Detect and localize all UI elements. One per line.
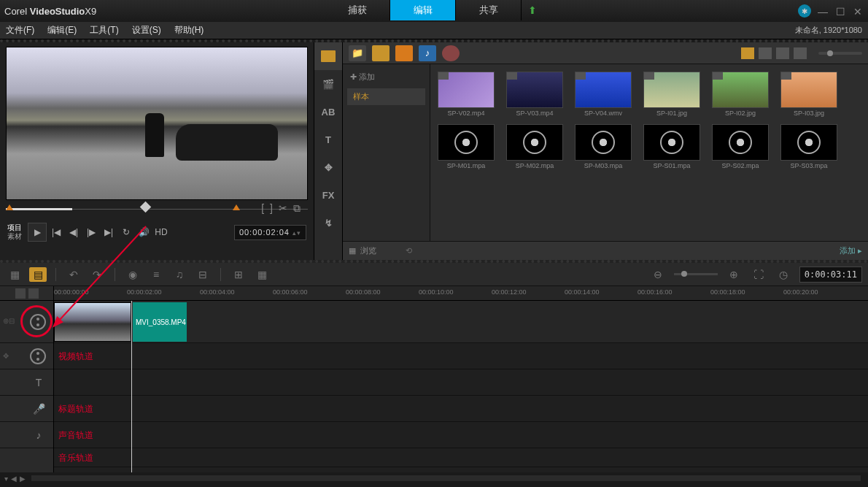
browse-label[interactable]: 浏览 — [360, 245, 376, 256]
strip-title[interactable]: T — [314, 126, 342, 153]
view-thumb-icon[interactable] — [741, 47, 754, 59]
timeline-timecode[interactable]: 0:00:03:11 — [799, 266, 862, 283]
library-thumb[interactable] — [438, 124, 495, 161]
tab-share[interactable]: 共享 — [456, 0, 522, 20]
mode-project[interactable]: 项目 — [7, 223, 22, 232]
library-thumb[interactable] — [643, 124, 700, 161]
tree-sample[interactable]: 样本 — [347, 88, 425, 105]
copy-icon[interactable]: ⧉ — [293, 202, 301, 215]
tab-edit[interactable]: 编辑 — [390, 0, 456, 20]
cut-icon[interactable]: ✂ — [279, 202, 287, 215]
subtitle-icon[interactable]: ⊟ — [194, 267, 212, 282]
timeline-scrollbar[interactable]: ▾◀▶ — [0, 472, 868, 484]
track-head-voice[interactable]: 🎤 — [0, 396, 53, 422]
library-thumb[interactable] — [712, 124, 769, 161]
library-thumb[interactable] — [780, 124, 837, 161]
zoom-slider[interactable] — [674, 273, 718, 275]
thumb-size-slider[interactable] — [818, 52, 862, 55]
library-thumb[interactable] — [780, 72, 837, 108]
view-list-icon[interactable] — [759, 47, 772, 59]
mode-clip[interactable]: 素材 — [7, 232, 22, 241]
timeline-view-icon[interactable]: ▤ — [29, 267, 47, 282]
menu-help[interactable]: 帮助(H) — [174, 24, 204, 37]
filter-video-icon[interactable] — [372, 45, 390, 61]
folder-icon[interactable]: 📁 — [349, 45, 366, 61]
mark-out-icon[interactable]: ] — [270, 202, 273, 215]
add-folder[interactable]: ✚ 添加 — [347, 69, 425, 85]
track-head-music[interactable]: ♪ — [0, 422, 53, 448]
minimize-button[interactable]: — — [817, 6, 829, 16]
library-thumb[interactable] — [575, 72, 632, 108]
preview-screen[interactable] — [6, 47, 308, 200]
track-head-title[interactable]: T — [0, 369, 53, 396]
menu-settings[interactable]: 设置(S) — [132, 24, 161, 37]
record-icon[interactable]: ◉ — [124, 267, 142, 282]
strip-path[interactable]: ↯ — [314, 209, 342, 237]
top-tabs: 捕获 编辑 共享 ⬆ — [325, 0, 543, 22]
loop-button[interactable]: ↻ — [118, 224, 134, 240]
step-back-button[interactable]: ◀| — [66, 224, 82, 240]
maximize-button[interactable]: ☐ — [834, 6, 846, 16]
mixer-icon[interactable]: ≡ — [147, 267, 165, 282]
view-grid-icon[interactable] — [776, 47, 789, 59]
preview-timecode[interactable]: 00:00:02:04▴▾ — [234, 225, 306, 240]
menu-tools[interactable]: 工具(T) — [90, 24, 118, 37]
track-head-overlay[interactable]: ✥ — [0, 343, 53, 369]
menu-file[interactable]: 文件(F) — [6, 24, 34, 37]
zoom-in-icon[interactable]: ⊕ — [725, 267, 743, 282]
strip-instant[interactable]: 🎬 — [314, 70, 342, 98]
auto-music-icon[interactable]: ♫ — [171, 267, 188, 282]
mark-in-icon[interactable]: [ — [261, 202, 264, 215]
thumb-name: SP-I02.jpg — [712, 110, 769, 117]
track-toggle-b[interactable] — [28, 288, 39, 299]
storyboard-view-icon[interactable]: ▦ — [6, 267, 23, 282]
browse-icon[interactable]: ▦ — [349, 246, 356, 256]
ruler-tick: 00:00:18:00 — [710, 288, 745, 296]
ruler[interactable]: 00:00:00:0000:00:02:0000:00:04:0000:00:0… — [54, 286, 868, 300]
scrub-bar[interactable]: [ ] ✂ ⧉ — [6, 202, 308, 216]
filter-photo-icon[interactable] — [395, 45, 413, 61]
scrub-head-icon[interactable] — [140, 202, 152, 213]
video-clip-thumb[interactable] — [54, 302, 131, 342]
grid-icon[interactable]: ▦ — [253, 267, 271, 282]
ruler-tick: 00:00:20:00 — [783, 288, 818, 296]
ruler-tick: 00:00:06:00 — [273, 288, 308, 296]
strip-ab[interactable]: AB — [314, 98, 342, 126]
fit-icon[interactable]: ⛶ — [750, 267, 767, 282]
undo-icon[interactable]: ↶ — [65, 267, 82, 282]
prev-button[interactable]: |◀ — [48, 224, 64, 240]
library-thumb[interactable] — [438, 72, 495, 108]
menu-edit[interactable]: 编辑(E) — [47, 24, 77, 37]
library-thumb[interactable] — [643, 72, 700, 108]
track-head-video[interactable]: ⊕⊟ — [0, 301, 53, 343]
redo-icon[interactable]: ↷ — [88, 267, 106, 282]
strip-media[interactable] — [314, 42, 342, 70]
world-icon[interactable]: ✱ — [798, 4, 811, 18]
more-link[interactable]: 添加 ▸ — [840, 245, 862, 256]
filter-audio-icon[interactable]: ♪ — [419, 45, 436, 61]
zoom-out-icon[interactable]: ⊖ — [649, 267, 667, 282]
step-fwd-button[interactable]: |▶ — [83, 224, 99, 240]
play-button[interactable]: ▶ — [28, 223, 47, 242]
tab-capture[interactable]: 捕获 — [325, 0, 390, 20]
library-thumb[interactable] — [575, 124, 632, 161]
video-clip[interactable]: MVI_0358.MP4 — [133, 302, 187, 342]
library-thumb[interactable] — [506, 124, 563, 161]
sort-icon[interactable] — [794, 47, 807, 59]
timeline: ▦ ▤ ↶ ↷ ◉ ≡ ♫ ⊟ ⊞ ▦ ⊖ ⊕ ⛶ ◷ 0:00:03:11 0… — [0, 260, 868, 484]
filter-disc-icon[interactable] — [442, 45, 460, 61]
hd-button[interactable]: HD — [153, 224, 169, 240]
multicam-icon[interactable]: ⊞ — [230, 267, 247, 282]
library-thumb[interactable] — [712, 72, 769, 108]
playhead[interactable] — [131, 301, 132, 472]
track-toggle-a[interactable] — [15, 288, 26, 299]
volume-button[interactable]: 🔊 — [136, 224, 152, 240]
upload-icon[interactable]: ⬆ — [522, 0, 543, 20]
next-button[interactable]: ▶| — [101, 224, 117, 240]
strip-graphic[interactable]: ✥ — [314, 153, 342, 181]
timeline-content[interactable]: MVI_0358.MP4 视频轨道 标题轨道 声音轨道 音乐轨道 — [54, 301, 868, 472]
close-button[interactable]: ✕ — [852, 6, 864, 16]
refresh-icon[interactable]: ⟲ — [406, 246, 412, 256]
library-thumb[interactable] — [506, 72, 563, 108]
strip-fx[interactable]: FX — [314, 181, 342, 209]
